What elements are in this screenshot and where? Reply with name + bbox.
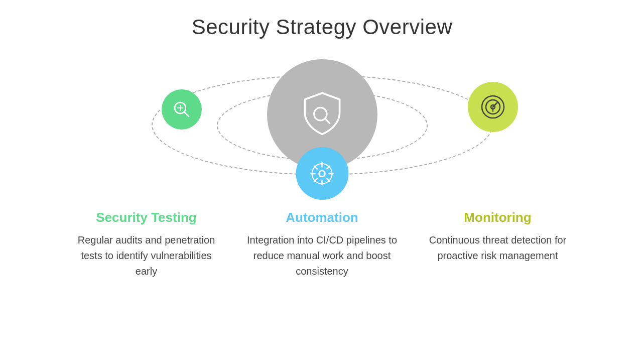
shield-search-icon bbox=[297, 89, 347, 140]
page-title: Security Strategy Overview bbox=[192, 15, 453, 39]
security-icon bbox=[171, 98, 193, 120]
monitoring-circle bbox=[468, 82, 518, 132]
security-circle bbox=[162, 89, 202, 130]
monitoring-title: Monitoring bbox=[464, 210, 531, 225]
monitoring-body: Continuous threat detection for proactiv… bbox=[423, 232, 573, 264]
security-testing-body: Regular audits and penetration tests to … bbox=[71, 232, 222, 279]
monitoring-icon bbox=[478, 92, 507, 122]
monitoring-column: Monitoring Continuous threat detection f… bbox=[423, 210, 573, 279]
svg-line-13 bbox=[184, 112, 189, 116]
bottom-section: Security Testing Regular audits and pene… bbox=[71, 210, 573, 279]
svg-line-1 bbox=[325, 118, 329, 123]
diagram-area bbox=[96, 49, 548, 205]
automation-title: Automation bbox=[286, 210, 358, 225]
automation-circle bbox=[296, 147, 348, 200]
security-testing-title: Security Testing bbox=[96, 210, 196, 225]
automation-icon bbox=[308, 160, 336, 188]
automation-column: Automation Integration into CI/CD pipeli… bbox=[247, 210, 398, 279]
svg-point-2 bbox=[319, 171, 325, 177]
security-testing-column: Security Testing Regular audits and pene… bbox=[71, 210, 222, 279]
automation-body: Integration into CI/CD pipelines to redu… bbox=[247, 232, 398, 279]
